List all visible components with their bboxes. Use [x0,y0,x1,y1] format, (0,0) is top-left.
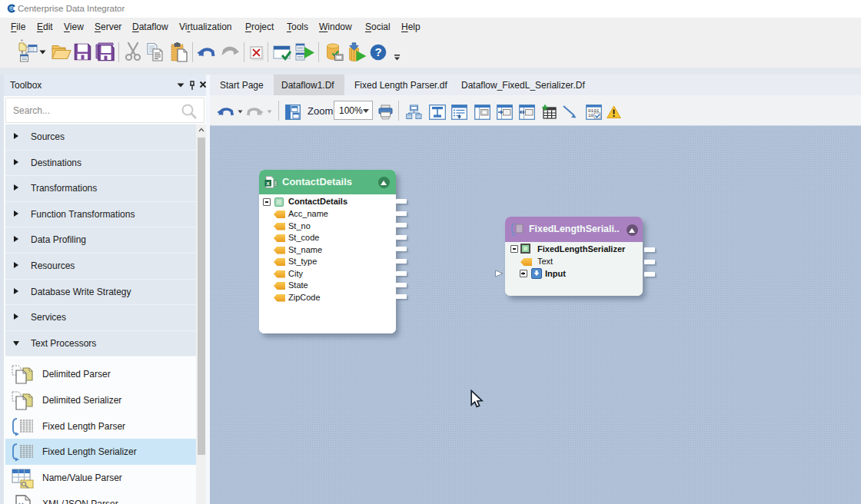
svg-text:?: ? [374,45,381,58]
svg-text:10: 10 [588,113,594,118]
